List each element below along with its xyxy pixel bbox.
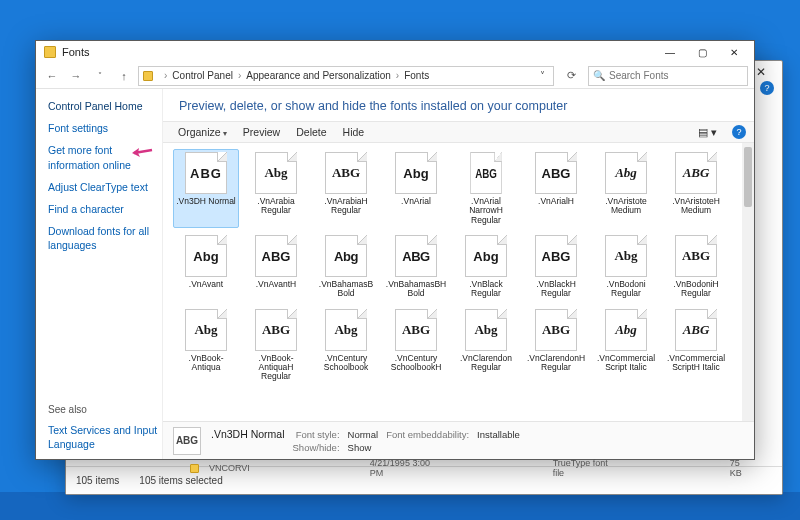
font-preview-icon: Abg: [255, 152, 297, 194]
font-label: .VnBahamasBH Bold: [386, 280, 446, 299]
titlebar[interactable]: Fonts — ▢ ✕: [36, 41, 754, 63]
font-item[interactable]: ABG.VnClarendonH Regular: [523, 306, 589, 385]
font-item[interactable]: Abg.VnBahamasB Bold: [313, 232, 379, 302]
font-preview-icon: ABG: [675, 235, 717, 277]
sidebar-text-services[interactable]: Text Services and Input Language: [48, 423, 162, 451]
bg-list-row[interactable]: VNCORVI 4/21/1995 3:00 PM TrueType font …: [190, 458, 750, 478]
font-item[interactable]: ABG.VnAristoteH Medium: [663, 149, 729, 228]
font-label: .VnBlackH Regular: [526, 280, 586, 299]
details-k-embed: Font embeddability:: [386, 429, 469, 440]
nav-toolbar: ← → ˅ ↑ › Control Panel › Appearance and…: [36, 63, 754, 89]
font-preview-icon: ABG: [675, 309, 717, 351]
font-label: .VnArialH: [538, 197, 574, 206]
font-preview-icon: ABG: [470, 152, 502, 194]
font-item[interactable]: ABG.VnBahamasBH Bold: [383, 232, 449, 302]
sidebar-find-char[interactable]: Find a character: [48, 202, 162, 216]
font-item[interactable]: ABG.VnCommercial ScriptH Italic: [663, 306, 729, 385]
font-preview-icon: ABG: [395, 235, 437, 277]
font-label: .VnAvantH: [256, 280, 296, 289]
font-item[interactable]: ABG.VnArabiaH Regular: [313, 149, 379, 228]
maximize-button[interactable]: ▢: [686, 42, 718, 62]
minimize-button[interactable]: —: [654, 42, 686, 62]
font-preview-icon: Abg: [325, 309, 367, 351]
font-item[interactable]: Abg.VnAristote Medium: [593, 149, 659, 228]
font-item[interactable]: ABG.VnArial NarrowH Regular: [453, 149, 519, 228]
back-button[interactable]: ←: [42, 66, 62, 86]
font-preview-icon: Abg: [605, 309, 647, 351]
font-item[interactable]: Abg.VnCommercial Script Italic: [593, 306, 659, 385]
font-label: .VnAvant: [189, 280, 223, 289]
font-item[interactable]: Abg.VnBodoni Regular: [593, 232, 659, 302]
font-label: .VnAristoteH Medium: [666, 197, 726, 216]
font-label: .VnArial: [401, 197, 431, 206]
font-label: .VnClarendonH Regular: [526, 354, 586, 373]
font-item[interactable]: ABG.VnAvantH: [243, 232, 309, 302]
bg-row-date: 4/21/1995 3:00 PM: [370, 458, 433, 478]
search-icon: 🔍: [593, 70, 605, 81]
delete-button[interactable]: Delete: [289, 124, 333, 140]
bg-close-button[interactable]: ✕: [756, 65, 766, 79]
font-label: .VnBook-Antiqua: [176, 354, 236, 373]
details-font-icon: ABG: [173, 427, 201, 455]
font-item[interactable]: ABG.VnArialH: [523, 149, 589, 228]
details-pane: ABG .Vn3DH Normal Font style: Normal Fon…: [163, 421, 754, 459]
font-item[interactable]: ABG.VnCentury SchoolbookH: [383, 306, 449, 385]
details-k-show: Show/hide:: [293, 442, 340, 453]
font-label: .VnCentury Schoolbook: [316, 354, 376, 373]
preview-button[interactable]: Preview: [236, 124, 287, 140]
font-preview-icon: ABG: [255, 309, 297, 351]
search-input[interactable]: [609, 70, 743, 81]
font-label: .VnClarendon Regular: [456, 354, 516, 373]
font-preview-icon: Abg: [605, 152, 647, 194]
font-preview-icon: ABG: [535, 235, 577, 277]
sidebar-download-fonts[interactable]: Download fonts for all languages: [48, 224, 162, 252]
sidebar-home[interactable]: Control Panel Home: [48, 99, 162, 113]
crumb-control-panel[interactable]: Control Panel: [172, 70, 233, 81]
details-k-style: Font style:: [293, 429, 340, 440]
annotation-arrow-icon: [132, 147, 156, 159]
font-item[interactable]: Abg.VnBlack Regular: [453, 232, 519, 302]
close-button[interactable]: ✕: [718, 42, 750, 62]
sidebar-cleartype[interactable]: Adjust ClearType text: [48, 180, 162, 194]
font-item[interactable]: Abg.VnBook-Antiqua: [173, 306, 239, 385]
crumb-appearance[interactable]: Appearance and Personalization: [246, 70, 391, 81]
sidebar: Control Panel Home Font settings Get mor…: [36, 89, 162, 459]
font-item[interactable]: Abg.VnArabia Regular: [243, 149, 309, 228]
font-label: .VnBodoniH Regular: [666, 280, 726, 299]
sidebar-font-settings[interactable]: Font settings: [48, 121, 162, 135]
font-label: .VnBlack Regular: [456, 280, 516, 299]
font-item[interactable]: Abg.VnArial: [383, 149, 449, 228]
font-preview-icon: Abg: [185, 309, 227, 351]
forward-button[interactable]: →: [66, 66, 86, 86]
address-bar[interactable]: › Control Panel › Appearance and Persona…: [138, 66, 554, 86]
font-label: .VnAristote Medium: [596, 197, 656, 216]
font-item[interactable]: ABG.VnBook-AntiquaH Regular: [243, 306, 309, 385]
address-dropdown[interactable]: ˅: [535, 70, 549, 81]
font-item[interactable]: Abg.VnCentury Schoolbook: [313, 306, 379, 385]
font-label: .Vn3DH Normal: [176, 197, 236, 206]
font-item[interactable]: Abg.VnClarendon Regular: [453, 306, 519, 385]
font-preview-icon: ABG: [535, 152, 577, 194]
bg-status-count: 105 items: [76, 475, 119, 486]
crumb-fonts[interactable]: Fonts: [404, 70, 429, 81]
bg-row-type: TrueType font file: [553, 458, 610, 478]
font-grid[interactable]: ABG.Vn3DH NormalAbg.VnArabia RegularABG.…: [163, 143, 754, 389]
font-item[interactable]: ABG.VnBlackH Regular: [523, 232, 589, 302]
recent-dropdown[interactable]: ˅: [90, 66, 110, 86]
refresh-button[interactable]: ⟳: [562, 67, 580, 85]
font-preview-icon: Abg: [465, 309, 507, 351]
up-button[interactable]: ↑: [114, 66, 134, 86]
page-heading: Preview, delete, or show and hide the fo…: [163, 89, 754, 121]
hide-button[interactable]: Hide: [336, 124, 372, 140]
font-item[interactable]: ABG.Vn3DH Normal: [173, 149, 239, 228]
view-options-button[interactable]: ▤ ▾: [691, 124, 724, 140]
organize-button[interactable]: Organize: [171, 124, 234, 140]
font-item[interactable]: Abg.VnAvant: [173, 232, 239, 302]
scrollbar-thumb[interactable]: [744, 147, 752, 207]
bg-help-icon[interactable]: ?: [760, 81, 774, 95]
font-item[interactable]: ABG.VnBodoniH Regular: [663, 232, 729, 302]
help-icon[interactable]: ?: [732, 125, 746, 139]
search-box[interactable]: 🔍: [588, 66, 748, 86]
scrollbar[interactable]: [742, 143, 754, 421]
bg-row-name: VNCORVI: [209, 463, 250, 473]
